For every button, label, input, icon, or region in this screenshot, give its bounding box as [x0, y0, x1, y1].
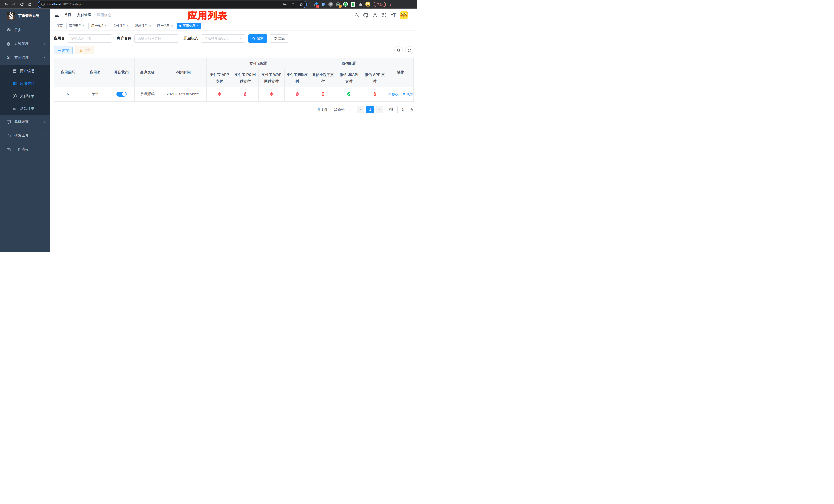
- sidebar-item-infrastructure[interactable]: 基础设施: [0, 115, 50, 129]
- sidebar-extension-icon[interactable]: 10: [313, 2, 318, 7]
- chrome-update-button[interactable]: 更新: [374, 2, 386, 7]
- home-icon[interactable]: [27, 2, 32, 7]
- sidebar-item-app-info[interactable]: 应用信息: [0, 77, 50, 90]
- breadcrumb: 首页 / 支付管理 / 应用信息: [64, 13, 111, 18]
- github-icon[interactable]: [364, 13, 369, 18]
- reload-icon[interactable]: [19, 2, 25, 7]
- sidebar-item-pay-orders[interactable]: ¥ 支付订单: [0, 90, 50, 102]
- page-number-current[interactable]: 1: [367, 106, 374, 113]
- briefcase-icon: [6, 133, 11, 138]
- alipay-wap-status-icon: ×: [270, 92, 272, 96]
- breadcrumb-section[interactable]: 支付管理: [77, 13, 91, 18]
- help-icon[interactable]: ?: [373, 13, 378, 18]
- tag-home[interactable]: 首页: [54, 23, 65, 29]
- status-toggle[interactable]: [116, 92, 127, 97]
- prev-page-button[interactable]: [357, 106, 365, 113]
- fullscreen-icon[interactable]: [382, 13, 387, 18]
- tag-refund-orders[interactable]: 退款订单×: [133, 23, 153, 29]
- passwords-key-icon[interactable]: [282, 2, 287, 7]
- browser-menu-icon[interactable]: [390, 2, 392, 6]
- navbar: 首页 / 支付管理 / 应用信息 应用列表 ?: [50, 9, 417, 22]
- back-icon[interactable]: [3, 2, 9, 7]
- chevron-down-icon: [239, 37, 242, 40]
- tag-app-info[interactable]: 应用信息×: [177, 23, 201, 29]
- caret-down-icon[interactable]: [410, 14, 413, 17]
- reset-button[interactable]: 重置: [270, 35, 289, 43]
- delete-link[interactable]: 删除: [403, 92, 413, 96]
- monitor-icon: [6, 119, 11, 124]
- close-icon[interactable]: ×: [197, 24, 198, 27]
- sidebar-item-system[interactable]: 系统管理: [0, 37, 50, 51]
- app-name-input[interactable]: [68, 35, 112, 43]
- profile-extension-icon[interactable]: 1: [335, 2, 341, 7]
- extensions-puzzle-icon[interactable]: [358, 2, 363, 7]
- close-icon[interactable]: ×: [83, 24, 85, 27]
- sidebar-item-dev-tools[interactable]: 研发工具: [0, 129, 50, 142]
- refresh-button[interactable]: [405, 46, 413, 54]
- grid-table-icon: [12, 81, 17, 86]
- breadcrumb-home[interactable]: 首页: [64, 13, 71, 18]
- toggle-search-button[interactable]: [394, 46, 403, 54]
- document-icon: [12, 107, 17, 111]
- merchant-name-input[interactable]: [134, 35, 178, 43]
- tags-view-bar: 首页 流程表单× 用户分组× 支付订单× 退款订单× 商户信息× 应用信息×: [50, 22, 417, 30]
- page-size-select[interactable]: 10条/页: [331, 106, 354, 113]
- extension-badge: 1: [338, 5, 342, 8]
- cell-app-id: 6: [54, 87, 82, 101]
- search-icon[interactable]: [354, 13, 359, 18]
- col-group-alipay: 支付宝配置: [207, 58, 310, 69]
- app-logo-row[interactable]: 芋道管理系统: [0, 9, 50, 23]
- yudao-extension-icon[interactable]: y: [343, 2, 348, 7]
- export-button[interactable]: 导出: [75, 46, 94, 54]
- sidebar-item-refund-orders[interactable]: 退款订单: [0, 102, 50, 115]
- shop-icon: [12, 69, 17, 73]
- chevron-down-icon: [43, 134, 46, 137]
- chevron-up-icon: [43, 56, 46, 60]
- sidebar-item-merchant-info[interactable]: 商户信息: [0, 65, 50, 77]
- close-icon[interactable]: ×: [105, 24, 107, 27]
- font-size-icon[interactable]: TT: [391, 13, 396, 18]
- avatar[interactable]: [400, 11, 408, 19]
- next-page-button[interactable]: [376, 106, 383, 113]
- share-icon[interactable]: [290, 2, 296, 7]
- status-select[interactable]: 请选择开启状态: [201, 35, 245, 43]
- bookmark-star-icon[interactable]: [298, 2, 304, 7]
- tag-process-form[interactable]: 流程表单×: [66, 23, 87, 29]
- wx-jsapi-status-icon: ✓: [348, 92, 351, 96]
- filter-form: 应用名 商户名称 开启状态 请选择开启状态 搜索: [54, 35, 413, 43]
- table-row: 6 芋道 芋道源码 2021-10-23 08:49:25 × × × × × …: [54, 87, 414, 101]
- forward-icon[interactable]: [11, 2, 17, 7]
- emoji-extension-icon[interactable]: [365, 2, 370, 7]
- gear-icon: [6, 42, 11, 46]
- yen-circle-icon: ¥: [12, 94, 17, 98]
- dashboard-icon: [6, 28, 11, 32]
- url-bar[interactable]: localhost:1024/pay/app: [38, 1, 306, 8]
- close-icon[interactable]: ×: [127, 24, 129, 27]
- tag-pay-orders[interactable]: 支付订单×: [111, 23, 131, 29]
- chat-extension-icon[interactable]: [350, 2, 355, 7]
- sidebar-fold-icon[interactable]: [54, 12, 60, 18]
- sidebar-item-workflow[interactable]: 工作流程: [0, 142, 50, 156]
- close-icon[interactable]: ×: [149, 24, 151, 27]
- close-icon[interactable]: ×: [171, 24, 173, 27]
- col-wx-jsapi: 微信 JSAPI 支付: [336, 69, 362, 87]
- cell-status: [109, 87, 135, 101]
- col-alipay-wap: 支付宝 WAP 网站支付: [259, 69, 285, 87]
- col-status: 开启状态: [109, 58, 135, 87]
- cell-app-name: 芋道: [82, 87, 109, 101]
- edit-link[interactable]: 修改: [388, 92, 398, 96]
- yen-icon: ¥: [6, 55, 11, 60]
- sidebar-item-home[interactable]: 首页: [0, 23, 50, 37]
- goto-page-input[interactable]: [397, 106, 408, 113]
- col-alipay-app: 支付宝 APP 支付: [207, 69, 232, 87]
- command-extension-icon[interactable]: ⌘: [328, 2, 333, 7]
- sidebar-item-payment[interactable]: ¥ 支付管理: [0, 51, 50, 65]
- tag-user-group[interactable]: 用户分组×: [88, 23, 109, 29]
- balloon-extension-icon[interactable]: [321, 2, 326, 7]
- site-info-icon[interactable]: [41, 2, 45, 6]
- col-wx-app: 微信 APP 支付: [362, 69, 388, 87]
- col-alipay-pc: 支付宝 PC 网站支付: [232, 69, 259, 87]
- tag-merchant-info[interactable]: 商户信息×: [155, 23, 175, 29]
- search-button[interactable]: 搜索: [248, 35, 267, 43]
- add-button[interactable]: 新增: [54, 46, 72, 54]
